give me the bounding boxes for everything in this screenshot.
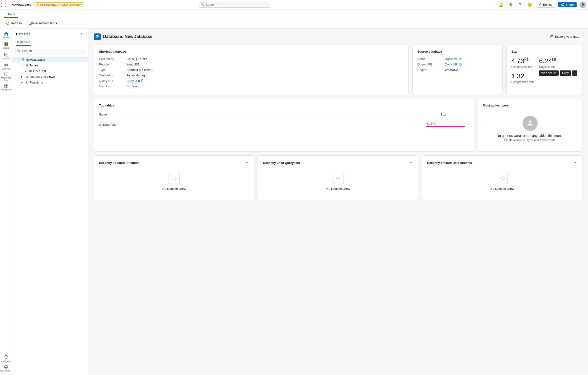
field-type: Type Shortcut (Follower) — [99, 68, 404, 72]
value-caching: 31 days — [126, 84, 137, 88]
tree-item-functions[interactable]: ▶ ƒ Functions — [12, 80, 88, 85]
chevron-right-icon3[interactable]: ▶ — [20, 81, 24, 84]
emoji-icon[interactable]: 🙂 — [526, 1, 533, 8]
value-created-by: Chris Q. Public — [126, 57, 147, 61]
field-caching: Caching 31 days — [99, 84, 404, 88]
value-created-on: Today, 4m ago — [126, 73, 147, 77]
sidebar-search-icon: 🔍 — [17, 49, 21, 53]
size-card: Size 4.73KB Compressed size 6.24KB Origi… — [506, 45, 582, 95]
tree-item-materialized-views[interactable]: ▶ ⊞ Materialized views — [12, 74, 88, 80]
sidebar-header: Data tree — [12, 29, 88, 39]
nav-datahub[interactable]: Data hub — [1, 62, 11, 71]
compressed-value: 4.73KB — [511, 57, 533, 65]
field-created-on: Created on Today, 4m ago — [99, 73, 404, 77]
web-search-tooltip[interactable]: Web search — [539, 71, 559, 76]
chevron-icon[interactable] — [16, 58, 20, 61]
tree-item-tables[interactable]: ▾ ⊞ Tables — [12, 62, 88, 68]
nav-home[interactable]: Home — [1, 30, 11, 40]
tree-item-docstest[interactable]: ▶ ⊞ DocsTest — [12, 68, 88, 74]
tab-home[interactable]: Home — [4, 11, 18, 18]
querysets-add-button[interactable]: + — [409, 160, 413, 165]
sidebar: Data tree Database 🔍 🗄 NewDatabase ▾ ⊞ — [12, 29, 88, 375]
avatar[interactable]: 👤 — [579, 1, 586, 8]
empty-users-icon — [523, 116, 538, 131]
sidebar-search-container: 🔍 — [12, 46, 88, 56]
source-field-region: Region WestUS2 — [417, 68, 498, 72]
nav-newdatabase[interactable]: NewDatabase — [1, 364, 11, 373]
functions-card-header: Recently updated functions + — [99, 160, 249, 165]
sidebar-collapse-button[interactable] — [79, 31, 84, 37]
cards-row-2: Top tables Name Size ⊞ DocsTest 6.24 KB — [94, 99, 582, 152]
editing-button[interactable]: Editing — [536, 2, 555, 8]
nav-browse[interactable]: Browse — [1, 51, 11, 61]
label-query-uri: Query URI — [99, 79, 123, 82]
source-card-title: Source database — [417, 50, 498, 53]
svg-rect-23 — [141, 80, 143, 82]
settings-icon[interactable]: ⚙ — [507, 1, 514, 8]
nav-my-workspace[interactable]: My workspace — [1, 353, 11, 363]
new-related-button[interactable]: New related item ▾ — [26, 20, 60, 26]
functions-add-button[interactable]: + — [244, 160, 249, 165]
more-tooltip[interactable]: ··· — [572, 71, 577, 76]
sidebar-title: Data tree — [16, 32, 30, 36]
source-field-name: Name DocsTest — [417, 57, 498, 61]
querysets-empty: No items to show — [263, 168, 413, 195]
source-value-name[interactable]: DocsTest — [445, 57, 461, 61]
sensitivity-label[interactable]: Confidential\CONTOSO Extended ▾ — [35, 2, 84, 7]
sidebar-tab-database[interactable]: Database — [16, 39, 31, 46]
nav-left: Home Create Browse Data hub Monitoring h… — [0, 29, 12, 375]
size-bar-label: 6.24 KB — [426, 122, 469, 125]
refresh-button[interactable]: Refresh — [4, 20, 24, 26]
nav-monitoring[interactable]: Monitoring hub — [1, 72, 11, 81]
share-button[interactable]: Share — [558, 2, 577, 7]
chevron-down-icon[interactable]: ▾ — [20, 63, 24, 67]
svg-rect-6 — [6, 44, 8, 46]
tree-item-newdatabase[interactable]: 🗄 NewDatabase — [12, 57, 88, 62]
nav-create[interactable]: Create — [1, 41, 11, 50]
compressed-label: Compressed size — [511, 65, 533, 69]
notifications-icon[interactable]: 🔔 — [498, 1, 504, 8]
top-tables-card: Top tables Name Size ⊞ DocsTest 6.24 KB — [94, 99, 474, 152]
explore-data-button[interactable]: Explore your data — [547, 33, 582, 40]
materialized-views-icon: ⊞ — [25, 75, 29, 79]
svg-rect-25 — [460, 64, 462, 65]
original-label: Original size — [539, 65, 556, 69]
datastreams-card-header: Recently created Data streams + — [427, 160, 577, 165]
datastreams-card: Recently created Data streams + No items… — [422, 155, 582, 200]
db-badge-icon — [94, 33, 101, 40]
compressed-unit: KB — [524, 58, 529, 61]
sidebar-search-input[interactable] — [15, 48, 85, 54]
search-input[interactable] — [199, 2, 270, 8]
search-icon: 🔍 — [201, 3, 204, 6]
nav-workspaces[interactable]: Workspaces — [1, 82, 11, 92]
label-type: Type — [99, 68, 123, 72]
col-header-name: Name — [99, 113, 441, 116]
functions-empty-icon — [168, 173, 180, 184]
copy-tooltip[interactable]: Copy — [560, 71, 571, 76]
content-title: Database: NewDatabase — [94, 33, 152, 40]
copy-uri-button[interactable]: Copy URI — [126, 79, 144, 82]
datastreams-empty: No items to show — [427, 168, 577, 195]
source-label-region: Region — [417, 68, 441, 72]
chevron-right-icon2[interactable]: ▶ — [20, 75, 24, 79]
datastreams-add-button[interactable]: + — [573, 160, 577, 165]
svg-line-24 — [460, 58, 461, 59]
chevron-right-icon[interactable]: ▶ — [24, 69, 28, 73]
database-icon: 🗄 — [21, 58, 25, 61]
table-row-size: 6.24 KB — [426, 122, 469, 127]
help-icon[interactable]: ? — [517, 1, 524, 8]
apps-icon[interactable]: ⋮⋮⋮ — [2, 1, 10, 9]
source-copy-uri-button[interactable]: Copy URI — [445, 63, 462, 66]
main-layout: Home Create Browse Data hub Monitoring h… — [0, 29, 588, 375]
label-created-by: Created by — [99, 57, 123, 61]
label-caching: Caching — [99, 84, 123, 88]
table-name: DocsTest — [103, 123, 116, 126]
top-tables-title: Top tables — [99, 104, 469, 107]
topbar-search-container: 🔍 — [199, 2, 270, 8]
field-query-uri: Query URI Copy URI — [99, 79, 404, 82]
source-label-name: Name — [417, 57, 441, 61]
svg-rect-19 — [6, 86, 8, 88]
topbar: ⋮⋮⋮ NewDatabase | Confidential\CONTOSO E… — [0, 0, 588, 10]
value-type: Shortcut (Follower) — [126, 68, 153, 72]
querysets-empty-text: No items to show — [326, 187, 350, 191]
